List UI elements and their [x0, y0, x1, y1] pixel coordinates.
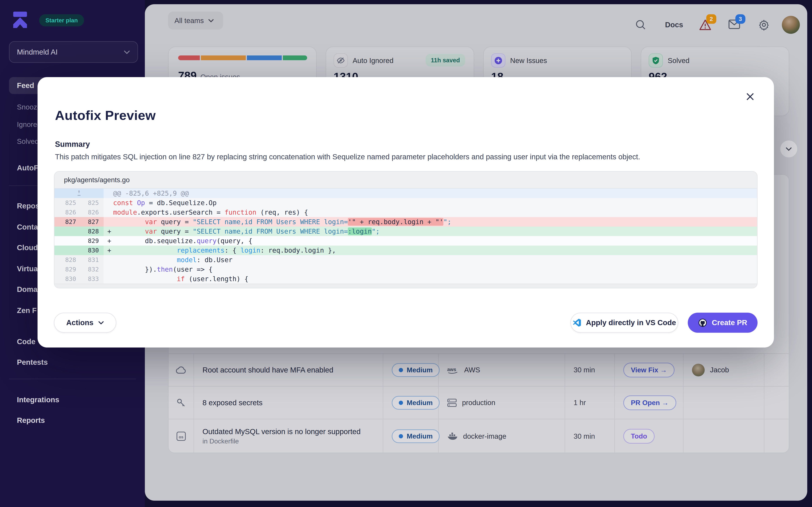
expand-up-icon[interactable]: ↑⋯	[78, 189, 80, 197]
diff-file-path: pkg/agents/agents.go	[54, 172, 757, 188]
diff-viewer: pkg/agents/agents.go ↑⋯ @@ -825,6 +825,9…	[54, 171, 758, 288]
create-pr-button[interactable]: Create PR	[688, 313, 758, 333]
diff-line-removed: 827827 var query = "SELECT name,id FROM …	[54, 217, 757, 227]
diff-line: 828831 model: db.User	[54, 255, 757, 265]
diff-line-added: 830 + replacements: { login: req.body.lo…	[54, 245, 757, 255]
summary-text: This patch mitigates SQL injection on li…	[55, 153, 716, 161]
modal-title: Autofix Preview	[55, 108, 156, 123]
app-root: Starter plan Mindmeld AI Feed Snooze Ign…	[0, 0, 812, 507]
diff-line: 826826 module.exports.userSearch = funct…	[54, 208, 757, 217]
diff-footer	[54, 284, 757, 288]
diff-line-added: 828 + var query = "SELECT name,id FROM U…	[54, 227, 757, 236]
diff-line-added: 829 + db.sequelize.query(query, {	[54, 236, 757, 245]
close-icon[interactable]	[744, 91, 756, 103]
vscode-icon	[573, 319, 581, 327]
autofix-preview-modal: Autofix Preview Summary This patch mitig…	[38, 77, 774, 347]
diff-line: 825825 const Op = db.Sequelize.Op	[54, 198, 757, 208]
actions-dropdown-button[interactable]: Actions	[54, 313, 116, 333]
diff-line: 830833 if (user.length) {	[54, 274, 757, 284]
github-icon	[698, 318, 707, 327]
chevron-down-icon	[98, 321, 104, 325]
summary-heading: Summary	[55, 140, 90, 149]
diff-hunk-row[interactable]: ↑⋯ @@ -825,6 +825,9 @@	[54, 188, 757, 198]
apply-in-vscode-button[interactable]: Apply directly in VS Code	[570, 313, 678, 333]
diff-line: 829832 }).then(user => {	[54, 265, 757, 274]
